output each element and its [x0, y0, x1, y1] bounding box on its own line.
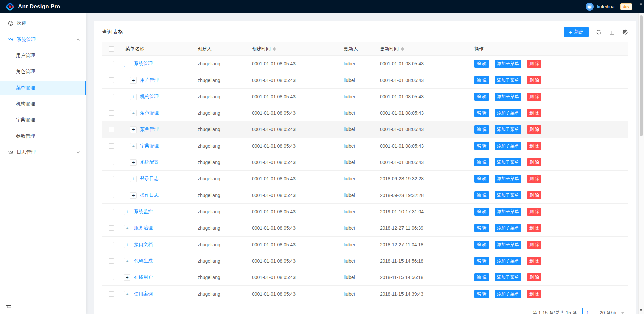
- row-checkbox[interactable]: [109, 242, 114, 247]
- menu-name-link[interactable]: 代码生成: [134, 258, 153, 264]
- scrollbar-thumb[interactable]: [640, 15, 643, 136]
- row-checkbox[interactable]: [109, 291, 114, 297]
- edit-button[interactable]: 编 辑: [474, 158, 489, 166]
- add-child-button[interactable]: 添加子菜单: [495, 125, 521, 134]
- expand-toggle-icon[interactable]: +: [130, 110, 137, 116]
- delete-button[interactable]: 删 除: [527, 158, 542, 166]
- edit-button[interactable]: 编 辑: [474, 257, 489, 265]
- delete-button[interactable]: 删 除: [527, 290, 542, 298]
- expand-toggle-icon[interactable]: +: [130, 77, 137, 84]
- edit-button[interactable]: 编 辑: [474, 241, 489, 249]
- edit-button[interactable]: 编 辑: [474, 224, 489, 232]
- row-checkbox[interactable]: [109, 110, 114, 116]
- add-child-button[interactable]: 添加子菜单: [495, 76, 521, 84]
- edit-button[interactable]: 编 辑: [474, 290, 489, 298]
- row-checkbox[interactable]: [109, 176, 114, 181]
- delete-button[interactable]: 删 除: [527, 60, 542, 68]
- add-child-button[interactable]: 添加子菜单: [495, 224, 521, 232]
- row-checkbox[interactable]: [109, 143, 114, 149]
- sidebar-item-welcome[interactable]: 欢迎: [0, 17, 86, 30]
- select-all-checkbox[interactable]: [109, 46, 114, 52]
- menu-name-link[interactable]: 字典管理: [140, 143, 159, 149]
- delete-button[interactable]: 删 除: [527, 224, 542, 232]
- menu-name-link[interactable]: 用户管理: [140, 77, 159, 83]
- expand-toggle-icon[interactable]: +: [130, 192, 137, 199]
- row-checkbox[interactable]: [109, 127, 114, 132]
- menu-name-link[interactable]: 在线用户: [134, 274, 153, 280]
- expand-toggle-icon[interactable]: +: [124, 274, 130, 281]
- menu-name-link[interactable]: 操作日志: [140, 192, 159, 198]
- menu-name-link[interactable]: 系统管理: [134, 61, 153, 67]
- delete-button[interactable]: 删 除: [527, 175, 542, 183]
- sort-carets-icon[interactable]: [401, 47, 404, 51]
- delete-button[interactable]: 删 除: [527, 142, 542, 150]
- edit-button[interactable]: 编 辑: [474, 191, 489, 199]
- sidebar-submenu-system[interactable]: 系统管理: [0, 33, 86, 46]
- edit-button[interactable]: 编 辑: [474, 142, 489, 150]
- sidebar-item-param-mgmt[interactable]: 参数管理: [0, 129, 86, 143]
- row-checkbox[interactable]: [109, 275, 114, 280]
- delete-button[interactable]: 删 除: [527, 93, 542, 101]
- sidebar-item-dict-mgmt[interactable]: 字典管理: [0, 113, 86, 127]
- add-child-button[interactable]: 添加子菜单: [495, 142, 521, 150]
- menu-name-link[interactable]: 登录日志: [140, 176, 159, 182]
- delete-button[interactable]: 删 除: [527, 191, 542, 199]
- edit-button[interactable]: 编 辑: [474, 273, 489, 281]
- add-child-button[interactable]: 添加子菜单: [495, 208, 521, 216]
- delete-button[interactable]: 删 除: [527, 125, 542, 134]
- expand-toggle-icon[interactable]: +: [130, 143, 137, 149]
- add-child-button[interactable]: 添加子菜单: [495, 273, 521, 281]
- edit-button[interactable]: 编 辑: [474, 175, 489, 183]
- row-checkbox[interactable]: [109, 258, 114, 264]
- edit-button[interactable]: 编 辑: [474, 125, 489, 134]
- scroll-down-arrow-icon[interactable]: [640, 309, 642, 311]
- sidebar-item-user-mgmt[interactable]: 用户管理: [0, 49, 86, 62]
- sidebar-item-role-mgmt[interactable]: 角色管理: [0, 65, 86, 78]
- settings-gear-icon[interactable]: [622, 29, 628, 35]
- edit-button[interactable]: 编 辑: [474, 93, 489, 101]
- menu-name-link[interactable]: 使用案例: [134, 291, 153, 297]
- expand-toggle-icon[interactable]: +: [130, 159, 137, 166]
- menu-fold-icon[interactable]: [6, 304, 12, 310]
- row-checkbox[interactable]: [109, 61, 114, 66]
- add-child-button[interactable]: 添加子菜单: [495, 290, 521, 298]
- menu-name-link[interactable]: 系统配置: [140, 159, 159, 165]
- expand-toggle-icon[interactable]: +: [124, 291, 130, 297]
- add-child-button[interactable]: 添加子菜单: [495, 257, 521, 265]
- delete-button[interactable]: 删 除: [527, 273, 542, 281]
- expand-toggle-icon[interactable]: +: [130, 94, 137, 100]
- expand-toggle-icon[interactable]: +: [130, 126, 137, 133]
- page-size-select[interactable]: 20 条/页: [596, 308, 628, 314]
- delete-button[interactable]: 删 除: [527, 76, 542, 84]
- add-child-button[interactable]: 添加子菜单: [495, 241, 521, 249]
- add-child-button[interactable]: 添加子菜单: [495, 191, 521, 199]
- expand-toggle-icon[interactable]: +: [124, 258, 130, 264]
- expand-toggle-icon[interactable]: −: [124, 61, 130, 67]
- delete-button[interactable]: 删 除: [527, 241, 542, 249]
- page-scrollbar[interactable]: [638, 0, 644, 314]
- row-checkbox[interactable]: [109, 209, 114, 214]
- delete-button[interactable]: 删 除: [527, 257, 542, 265]
- pagination-page-1[interactable]: 1: [582, 308, 593, 314]
- menu-name-link[interactable]: 接口文档: [134, 242, 153, 248]
- delete-button[interactable]: 删 除: [527, 208, 542, 216]
- density-icon[interactable]: [609, 29, 615, 35]
- expand-toggle-icon[interactable]: +: [124, 242, 130, 248]
- edit-button[interactable]: 编 辑: [474, 208, 489, 216]
- add-child-button[interactable]: 添加子菜单: [495, 93, 521, 101]
- logo[interactable]: Ant Design Pro: [5, 2, 60, 11]
- expand-toggle-icon[interactable]: +: [130, 176, 137, 182]
- row-checkbox[interactable]: [109, 77, 114, 83]
- row-checkbox[interactable]: [109, 160, 114, 165]
- sidebar-item-menu-mgmt[interactable]: 菜单管理: [0, 81, 86, 95]
- sidebar-submenu-log[interactable]: 日志管理: [0, 146, 86, 159]
- col-header-create-time[interactable]: 创建时间: [252, 46, 342, 52]
- new-button[interactable]: + 新建: [564, 27, 589, 37]
- row-checkbox[interactable]: [109, 193, 114, 198]
- scroll-up-arrow-icon[interactable]: [640, 3, 642, 5]
- menu-name-link[interactable]: 机构管理: [140, 94, 159, 100]
- menu-name-link[interactable]: 菜单管理: [140, 126, 159, 133]
- add-child-button[interactable]: 添加子菜单: [495, 60, 521, 68]
- header-user-area[interactable]: liufeihua dev: [586, 3, 632, 11]
- add-child-button[interactable]: 添加子菜单: [495, 109, 521, 117]
